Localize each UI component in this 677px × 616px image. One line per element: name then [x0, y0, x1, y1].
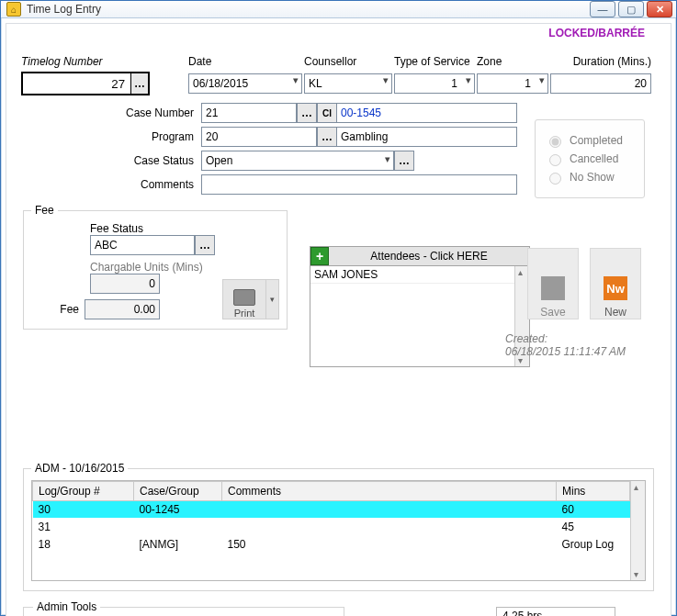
table-row[interactable]: 18[ANMG]150Group Log — [33, 536, 630, 554]
timelog-number-label: Timelog Number — [21, 55, 186, 70]
locked-banner: LOCKED/BARRÉE — [548, 27, 645, 39]
admin-tools-legend: Admin Tools — [33, 600, 100, 613]
table-cell: 150 — [222, 536, 557, 554]
table-cell — [222, 519, 557, 536]
chargable-units-label: Chargable Units (Mins) — [90, 261, 215, 274]
table-cell: 00-1245 — [134, 501, 222, 519]
type-of-service-input[interactable] — [394, 73, 475, 94]
new-button[interactable]: Nw New — [590, 248, 641, 319]
adm-grid[interactable]: Log/Group # Case/Group Comments Mins 300… — [31, 480, 646, 581]
duration-input[interactable] — [550, 73, 651, 94]
time-log-entry-window: ⌂ Time Log Entry — ▢ ✕ LOCKED/BARRÉE Tim… — [0, 0, 677, 616]
col-mins[interactable]: Mins — [557, 482, 630, 501]
case-link[interactable]: 00-1545 — [337, 103, 517, 123]
fee-label: Fee — [31, 303, 85, 316]
case-status-label: Case Status — [21, 154, 201, 167]
program-text: Gambling — [337, 127, 517, 147]
timelog-number-field-wrap: … — [21, 72, 150, 95]
adm-group: ADM - 10/16/2015 Log/Group # Case/Group … — [23, 462, 654, 591]
duration-label: Duration (Mins.) — [550, 55, 651, 70]
cancelled-label: Cancelled — [570, 152, 618, 165]
fee-status-input[interactable] — [90, 235, 195, 255]
table-cell — [134, 519, 222, 536]
table-cell: [ANMG] — [134, 536, 222, 554]
add-attendee-button[interactable]: + — [310, 247, 329, 265]
zone-input[interactable] — [477, 73, 548, 94]
table-cell: Group Log — [557, 536, 630, 554]
table-row[interactable]: 3000-124560 — [33, 501, 630, 519]
attendees-panel: + Attendees - Click HERE SAM JONES — [310, 246, 530, 367]
save-label: Save — [540, 306, 565, 319]
col-comments[interactable]: Comments — [222, 482, 557, 501]
case-number-lookup-button[interactable]: … — [297, 103, 317, 123]
date-input[interactable] — [188, 73, 302, 94]
app-icon: ⌂ — [6, 2, 21, 17]
noshow-radio[interactable] — [549, 173, 561, 185]
save-icon — [541, 276, 565, 300]
table-row[interactable]: 3145 — [33, 519, 630, 536]
counsellor-input[interactable] — [304, 73, 392, 94]
table-cell: 45 — [557, 519, 630, 536]
fee-group: Fee Fee Status … Chargable Units (Mins) … — [23, 204, 288, 330]
case-number-label: Case Number — [21, 106, 201, 119]
print-button[interactable]: Print — [222, 279, 266, 319]
titlebar: ⌂ Time Log Entry — ▢ ✕ — [1, 1, 676, 18]
created-label: Created: — [505, 332, 643, 345]
created-value: 06/18/2015 11:11:47 AM — [505, 345, 643, 358]
table-cell: 31 — [33, 519, 134, 536]
case-status-lookup-button[interactable]: … — [394, 151, 414, 171]
table-cell: 30 — [33, 501, 134, 519]
table-cell: 60 — [557, 501, 630, 519]
table-cell: 18 — [33, 536, 134, 554]
timelog-number-input[interactable] — [23, 73, 130, 94]
cancelled-radio[interactable] — [549, 154, 561, 166]
completed-label: Completed — [570, 134, 623, 147]
fee-input — [85, 299, 160, 319]
comments-label: Comments — [21, 178, 201, 191]
created-info: Created: 06/18/2015 11:11:47 AM — [505, 332, 643, 358]
table-cell — [222, 501, 557, 519]
col-log-group[interactable]: Log/Group # — [33, 482, 134, 501]
minimize-button[interactable]: — — [590, 1, 615, 17]
printer-icon — [233, 289, 255, 306]
attendees-header[interactable]: Attendees - Click HERE — [329, 250, 529, 263]
attendees-list[interactable]: SAM JONES — [310, 266, 530, 367]
fee-legend: Fee — [31, 204, 58, 217]
save-button[interactable]: Save — [527, 248, 579, 319]
new-label: New — [604, 306, 626, 319]
counsellor-label: Counsellor — [304, 55, 392, 70]
date-label: Date — [188, 55, 302, 70]
comments-input[interactable] — [201, 174, 517, 195]
window-title: Time Log Entry — [27, 3, 590, 16]
status-panel: Completed Cancelled No Show — [535, 119, 645, 198]
chargable-units-input — [90, 274, 160, 294]
program-lookup-button[interactable]: … — [317, 127, 337, 147]
program-label: Program — [21, 130, 201, 143]
case-status-input[interactable] — [201, 151, 394, 171]
close-button[interactable]: ✕ — [647, 1, 672, 17]
print-dropdown-button[interactable]: ▾ — [266, 279, 279, 319]
print-label: Print — [234, 308, 255, 319]
admin-tools-group: Admin Tools Dl Delete this Timelog Rf Re… — [23, 600, 344, 616]
maximize-button[interactable]: ▢ — [618, 1, 644, 17]
adm-scrollbar[interactable] — [630, 481, 645, 580]
fee-status-lookup-button[interactable]: … — [195, 235, 215, 255]
zone-label: Zone — [477, 55, 548, 70]
noshow-label: No Show — [570, 171, 615, 184]
cl-button[interactable]: Cl — [317, 103, 337, 123]
case-number-input[interactable] — [201, 103, 297, 123]
total-hours-box: 4.25 hrs — [496, 607, 615, 616]
new-icon: Nw — [604, 276, 627, 300]
type-of-service-label: Type of Service — [394, 55, 475, 70]
timelog-number-lookup-button[interactable]: … — [130, 73, 148, 94]
program-input[interactable] — [201, 127, 317, 147]
completed-radio[interactable] — [549, 136, 561, 148]
client-area: LOCKED/BARRÉE Timelog Number Date Counse… — [6, 23, 671, 616]
attendee-item[interactable]: SAM JONES — [310, 266, 529, 284]
fee-status-label: Fee Status — [90, 222, 215, 235]
adm-legend: ADM - 10/16/2015 — [31, 462, 128, 475]
col-case-group[interactable]: Case/Group — [134, 482, 222, 501]
